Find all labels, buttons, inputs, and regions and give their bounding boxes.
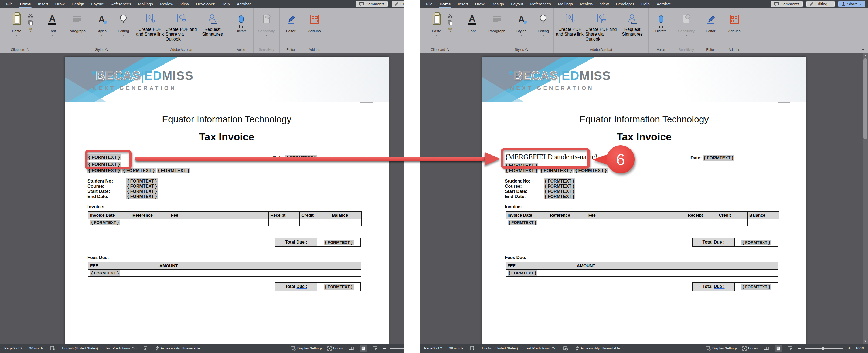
document-page[interactable]: eBECAS|EDMISS NEXT GENERATION Equator In…: [482, 57, 806, 344]
comments-button[interactable]: Comments: [356, 1, 388, 7]
formtext-field[interactable]: { FORMTEXT }: [574, 168, 608, 173]
formtext-field[interactable]: { FORMTEXT }: [90, 270, 120, 276]
read-mode-view-button[interactable]: [348, 345, 355, 352]
editor-button[interactable]: Editor: [701, 10, 720, 33]
formtext-field[interactable]: { FORMTEXT }: [126, 188, 158, 194]
menu-tab-mailings[interactable]: Mailings: [135, 0, 156, 8]
scroll-up-icon[interactable]: ▲: [864, 54, 867, 57]
menu-tab-references[interactable]: References: [527, 0, 555, 8]
formtext-field[interactable]: { FORMTEXT }: [544, 183, 575, 189]
editor-button[interactable]: Editor: [281, 10, 300, 33]
menu-tab-review[interactable]: Review: [576, 0, 596, 8]
menu-tab-home[interactable]: Home: [16, 0, 34, 8]
font-button[interactable]: A Font: [463, 10, 482, 36]
formtext-field[interactable]: { FORMTEXT }: [126, 178, 158, 184]
paragraph-button[interactable]: Paragraph: [68, 10, 87, 36]
styles-button[interactable]: A Styles: [512, 10, 531, 36]
menu-tab-layout[interactable]: Layout: [507, 0, 527, 8]
zoom-in-button[interactable]: +: [848, 346, 850, 351]
copy-button[interactable]: [28, 20, 33, 25]
scroll-down-icon[interactable]: ▼: [864, 340, 867, 343]
request-signatures-button[interactable]: Request Signatures: [617, 10, 648, 37]
focus-button[interactable]: Focus: [742, 346, 757, 351]
create-pdf-share-outlook-button[interactable]: Create PDF and Share via Outlook: [586, 10, 617, 41]
word-count[interactable]: 96 words: [449, 346, 464, 350]
web-layout-view-button[interactable]: [786, 345, 794, 352]
date-formtext-field[interactable]: { FORMTEXT }: [703, 155, 735, 161]
menu-tab-review[interactable]: Review: [156, 0, 177, 8]
addins-button[interactable]: Add-ins: [305, 10, 324, 33]
editor-status-icon[interactable]: [144, 346, 148, 351]
menu-tab-home[interactable]: Home: [436, 0, 454, 8]
formtext-field[interactable]: { FORMTEXT }: [539, 168, 573, 173]
zoom-out-button[interactable]: –: [383, 346, 386, 351]
paste-button[interactable]: Paste: [427, 10, 446, 36]
zoom-level[interactable]: 100%: [856, 346, 865, 350]
formtext-field[interactable]: { FORMTEXT }: [544, 188, 575, 194]
format-painter-button[interactable]: [447, 28, 453, 32]
menu-tab-acrobat[interactable]: Acrobat: [653, 0, 674, 8]
word-count[interactable]: 96 words: [29, 346, 44, 350]
web-layout-view-button[interactable]: [372, 345, 378, 352]
proofing-icon[interactable]: [470, 346, 475, 351]
zoom-out-button[interactable]: –: [798, 346, 801, 351]
menu-tab-view[interactable]: View: [596, 0, 612, 8]
menu-tab-insert[interactable]: Insert: [34, 0, 52, 8]
menu-tab-view[interactable]: View: [177, 0, 192, 8]
formtext-field[interactable]: { FORMTEXT }: [126, 194, 158, 199]
cut-button[interactable]: [28, 13, 33, 18]
dictate-button[interactable]: Dictate: [232, 10, 251, 36]
menu-tab-draw[interactable]: Draw: [471, 0, 488, 8]
dictate-button[interactable]: Dictate: [652, 10, 671, 36]
display-settings-button[interactable]: Display Settings: [706, 346, 737, 351]
editing-group-button[interactable]: Editing: [114, 10, 133, 36]
vertical-scrollbar[interactable]: ▲ ▼: [863, 53, 868, 344]
editing-button[interactable]: Editing: [392, 1, 404, 7]
formtext-field[interactable]: { FORMTEXT }: [741, 284, 771, 290]
format-painter-button[interactable]: [28, 28, 33, 32]
create-pdf-share-link-button[interactable]: Create PDF and Share link: [554, 10, 586, 37]
menu-tab-draw[interactable]: Draw: [52, 0, 68, 8]
formtext-field[interactable]: { FORMTEXT }: [157, 168, 190, 173]
focus-button[interactable]: Focus: [327, 346, 343, 351]
dialog-launcher-icon[interactable]: [105, 48, 108, 51]
zoom-slider-thumb[interactable]: [822, 347, 824, 350]
formtext-field[interactable]: { FORMTEXT }: [544, 194, 575, 199]
request-signatures-button[interactable]: Request Signatures: [197, 10, 228, 37]
proofing-icon[interactable]: [51, 346, 55, 351]
language-indicator[interactable]: English (United States): [62, 346, 98, 350]
formtext-field[interactable]: { FORMTEXT }: [507, 270, 537, 276]
text-predictions[interactable]: Text Predictions: On: [525, 346, 556, 350]
formtext-field[interactable]: { FORMTEXT }: [741, 240, 771, 245]
text-predictions[interactable]: Text Predictions: On: [105, 346, 136, 350]
comments-button[interactable]: Comments: [771, 1, 803, 7]
page-indicator[interactable]: Page 2 of 2: [424, 346, 442, 350]
copy-button[interactable]: [447, 20, 453, 25]
dialog-launcher-icon[interactable]: [27, 48, 29, 51]
menu-tab-acrobat[interactable]: Acrobat: [234, 0, 254, 8]
formtext-field[interactable]: { FORMTEXT }: [324, 284, 354, 290]
editing-group-button[interactable]: Editing: [534, 10, 553, 36]
formtext-field[interactable]: { FORMTEXT }: [505, 168, 538, 173]
menu-tab-help[interactable]: Help: [218, 0, 234, 8]
print-layout-view-button[interactable]: [775, 345, 782, 352]
paragraph-button[interactable]: Paragraph: [488, 10, 506, 36]
font-button[interactable]: A Font: [43, 10, 62, 36]
language-indicator[interactable]: English (United States): [482, 346, 518, 350]
share-button[interactable]: Share: [838, 1, 865, 7]
page-indicator[interactable]: Page 2 of 2: [4, 346, 22, 350]
accessibility-status[interactable]: Accessibility: Unavailable: [575, 346, 620, 351]
create-pdf-share-outlook-button[interactable]: Create PDF and Share via Outlook: [166, 10, 197, 41]
print-layout-view-button[interactable]: [360, 345, 367, 352]
menu-tab-developer[interactable]: Developer: [192, 0, 218, 8]
formtext-field[interactable]: { FORMTEXT }: [507, 219, 537, 225]
formtext-field[interactable]: { FORMTEXT }: [544, 178, 575, 184]
editing-button[interactable]: Editing: [806, 1, 835, 7]
formtext-field[interactable]: { FORMTEXT }: [324, 240, 354, 245]
formtext-field[interactable]: { FORMTEXT }: [90, 219, 120, 225]
vertical-scrollbar-thumb[interactable]: [863, 58, 867, 139]
display-settings-button[interactable]: Display Settings: [290, 346, 322, 351]
read-mode-view-button[interactable]: [763, 345, 770, 352]
styles-button[interactable]: A Styles: [92, 10, 111, 36]
menu-tab-help[interactable]: Help: [638, 0, 653, 8]
